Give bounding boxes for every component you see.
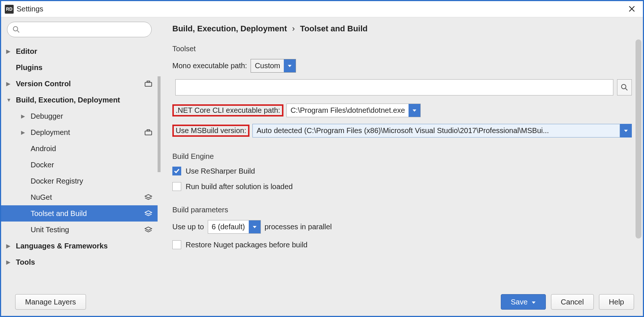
- breadcrumb-group: Build, Execution, Deployment: [172, 24, 287, 33]
- sidebar-item-editor[interactable]: ▶Editor: [1, 43, 158, 59]
- run-after-load-checkbox[interactable]: [172, 182, 181, 191]
- build-engine-section-label: Build Engine: [172, 152, 632, 161]
- dotnet-cli-dropdown[interactable]: C:\Program Files\dotnet\dotnet.exe: [286, 104, 421, 117]
- close-icon: [628, 5, 636, 13]
- check-icon: [174, 168, 180, 174]
- save-button-label: Save: [511, 298, 528, 306]
- restore-nuget-label: Restore Nuget packages before build: [186, 241, 307, 249]
- svg-rect-3: [145, 131, 152, 135]
- use-resharper-checkbox[interactable]: [172, 167, 181, 175]
- restore-nuget-checkbox[interactable]: [172, 240, 181, 249]
- search-icon: [621, 84, 628, 91]
- titlebar: RD Settings: [1, 1, 643, 17]
- mono-path-label: Mono executable path:: [172, 62, 247, 70]
- sidebar-item-label: Android: [31, 144, 152, 153]
- sidebar-item-debugger[interactable]: ▶Debugger: [1, 108, 158, 124]
- sidebar-item-label: Version Control: [16, 80, 144, 88]
- svg-rect-4: [147, 130, 149, 131]
- expand-icon: ▶: [6, 259, 14, 265]
- settings-sidebar: ▶EditorPlugins▶Version Control▼Build, Ex…: [1, 17, 158, 290]
- save-button[interactable]: Save: [501, 294, 546, 310]
- expand-icon: ▶: [6, 243, 14, 249]
- dotnet-cli-label: .NET Core CLI executable path:: [172, 104, 283, 116]
- manage-layers-button[interactable]: Manage Layers: [15, 294, 86, 310]
- sidebar-item-docker[interactable]: Docker: [1, 157, 158, 173]
- sidebar-item-nuget[interactable]: NuGet: [1, 189, 158, 205]
- sidebar-item-deployment[interactable]: ▶Deployment: [1, 124, 158, 140]
- svg-rect-1: [145, 82, 152, 86]
- chevron-down-icon: [531, 298, 536, 306]
- build-params-section-label: Build parameters: [172, 206, 632, 214]
- content-scrollbar-right[interactable]: [636, 39, 641, 275]
- msbuild-dropdown[interactable]: Auto detected (C:\Program Files (x86)\Mi…: [252, 124, 632, 137]
- expand-icon: ▼: [6, 97, 14, 103]
- breadcrumb-page: Toolset and Build: [300, 24, 368, 33]
- sidebar-item-label: Debugger: [31, 112, 152, 121]
- breadcrumb: Build, Execution, Deployment › Toolset a…: [172, 24, 632, 34]
- sidebar-item-android[interactable]: Android: [1, 140, 158, 157]
- search-input[interactable]: [7, 22, 152, 37]
- process-count-value: 6 (default): [208, 220, 249, 233]
- sidebar-item-label: Tools: [16, 258, 152, 267]
- chevron-down-icon: [409, 104, 420, 117]
- briefcase-icon: [144, 80, 152, 87]
- sidebar-item-languages-frameworks[interactable]: ▶Languages & Frameworks: [1, 238, 158, 254]
- expand-icon: ▶: [6, 81, 14, 87]
- expand-icon: ▶: [6, 48, 14, 54]
- use-resharper-label: Use ReSharper Build: [186, 167, 255, 175]
- processes-suffix-label: processes in parallel: [265, 223, 332, 231]
- sidebar-item-label: Toolset and Build: [31, 209, 144, 218]
- svg-point-5: [621, 84, 626, 89]
- close-button[interactable]: [624, 3, 639, 15]
- sidebar-item-label: Build, Execution, Deployment: [16, 96, 152, 104]
- use-up-to-label: Use up to: [172, 223, 204, 231]
- expand-icon: ▶: [21, 113, 28, 119]
- sidebar-item-unit-testing[interactable]: Unit Testing: [1, 222, 158, 238]
- mono-path-input[interactable]: [175, 79, 613, 95]
- process-count-dropdown[interactable]: 6 (default): [208, 220, 261, 234]
- dotnet-cli-value: C:\Program Files\dotnet\dotnet.exe: [287, 104, 409, 117]
- sidebar-item-label: Languages & Frameworks: [16, 242, 152, 250]
- run-after-load-label: Run build after solution is loaded: [186, 182, 293, 191]
- svg-rect-2: [147, 81, 149, 83]
- cancel-button[interactable]: Cancel: [551, 294, 594, 310]
- sidebar-item-label: NuGet: [31, 193, 144, 202]
- app-logo: RD: [5, 5, 14, 14]
- chevron-down-icon: [620, 124, 632, 137]
- layers-icon: [144, 194, 152, 201]
- briefcase-icon: [144, 129, 152, 136]
- breadcrumb-separator: ›: [292, 24, 295, 33]
- sidebar-item-build-execution-deployment[interactable]: ▼Build, Execution, Deployment: [1, 92, 158, 108]
- msbuild-label: Use MSBuild version:: [172, 125, 249, 137]
- sidebar-item-label: Plugins: [16, 63, 152, 72]
- settings-tree: ▶EditorPlugins▶Version Control▼Build, Ex…: [1, 42, 158, 290]
- layers-icon: [144, 226, 152, 233]
- mono-path-value: Custom: [251, 59, 284, 72]
- chevron-down-icon: [284, 59, 296, 72]
- dialog-footer: Manage Layers Save Cancel Help: [1, 288, 643, 316]
- search-icon: [13, 26, 20, 33]
- help-button[interactable]: Help: [599, 294, 634, 310]
- sidebar-item-docker-registry[interactable]: Docker Registry: [1, 173, 158, 189]
- chevron-down-icon: [249, 220, 261, 233]
- settings-content: Build, Execution, Deployment › Toolset a…: [158, 17, 643, 290]
- content-scrollbar-left[interactable]: [158, 76, 161, 172]
- sidebar-item-label: Editor: [16, 47, 152, 56]
- sidebar-item-label: Deployment: [31, 128, 144, 137]
- sidebar-item-plugins[interactable]: Plugins: [1, 59, 158, 76]
- expand-icon: ▶: [21, 129, 28, 135]
- sidebar-item-label: Docker: [31, 161, 152, 169]
- mono-path-dropdown[interactable]: Custom: [251, 59, 296, 73]
- sidebar-item-tools[interactable]: ▶Tools: [1, 254, 158, 270]
- sidebar-item-toolset-and-build[interactable]: Toolset and Build: [1, 205, 158, 222]
- msbuild-value: Auto detected (C:\Program Files (x86)\Mi…: [252, 124, 620, 137]
- window-title: Settings: [17, 5, 43, 13]
- browse-mono-button[interactable]: [617, 79, 632, 95]
- svg-point-0: [13, 27, 18, 31]
- sidebar-item-version-control[interactable]: ▶Version Control: [1, 76, 158, 92]
- layers-icon: [144, 210, 152, 217]
- toolset-section-label: Toolset: [172, 45, 632, 53]
- sidebar-item-label: Docker Registry: [31, 177, 152, 185]
- sidebar-item-label: Unit Testing: [31, 226, 144, 234]
